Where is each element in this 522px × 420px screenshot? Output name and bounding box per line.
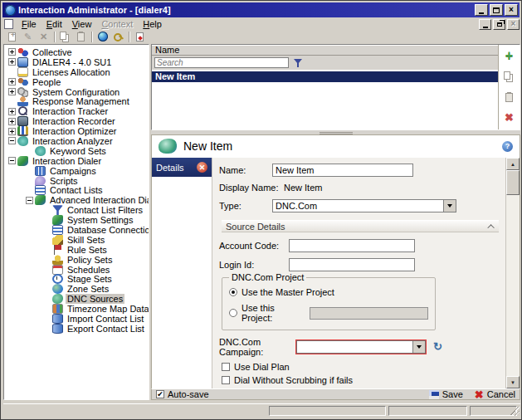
- use-dial-plan-checkbox[interactable]: [222, 363, 230, 371]
- tree-item-system-configuration[interactable]: System Configuration: [4, 87, 149, 97]
- tree-item-interaction-tracker[interactable]: Interaction Tracker: [4, 106, 149, 116]
- auto-save-checkbox[interactable]: ✔: [156, 390, 164, 398]
- list-item-new-item[interactable]: New Item: [152, 71, 498, 82]
- dnc-project-groupbox: DNC.Com Project Use the Master Project U…: [222, 277, 436, 330]
- mdi-minimize-button[interactable]: [479, 19, 491, 30]
- source-details-expander[interactable]: Source Details: [222, 220, 499, 232]
- scroll-up-icon[interactable]: ▲: [506, 158, 520, 170]
- tree-expand-minus-icon[interactable]: [26, 197, 33, 204]
- delete-item-button[interactable]: ✖: [503, 112, 515, 124]
- tree-expand-plus-icon[interactable]: [8, 58, 16, 66]
- type-dropdown-button[interactable]: [443, 200, 456, 212]
- menu-edit[interactable]: Edit: [41, 18, 67, 30]
- tree-expand-minus-icon[interactable]: [8, 157, 16, 164]
- name-column-header[interactable]: Name: [152, 45, 498, 56]
- tree-item-skill-sets[interactable]: Skill Sets: [4, 235, 149, 245]
- login-id-label: Login Id:: [219, 260, 289, 270]
- name-input[interactable]: [272, 164, 413, 177]
- menu-help[interactable]: Help: [138, 18, 167, 30]
- paste-item-button: [503, 91, 515, 103]
- dnc-campaign-dropdown-button[interactable]: [412, 341, 425, 353]
- tree-item-interaction-recorder[interactable]: Interaction Recorder: [4, 116, 149, 126]
- copy-icon: [504, 71, 510, 80]
- edit-item-icon: ✎: [24, 32, 32, 42]
- scroll-down-icon[interactable]: ▼: [506, 376, 520, 388]
- tree-item-scripts[interactable]: Scripts: [4, 176, 149, 186]
- tree-item-policy-sets[interactable]: Policy Sets: [4, 255, 149, 265]
- tree-item-export-contact-list[interactable]: Export Contact List: [4, 324, 149, 334]
- resize-grip-icon[interactable]: [510, 407, 520, 416]
- tree-item-dialer4-4-0-su1[interactable]: DIALER4 - 4.0 SU1: [4, 57, 149, 67]
- report-toolbar-button[interactable]: [132, 32, 148, 42]
- tree-expand-plus-icon[interactable]: [8, 48, 16, 56]
- phone-teal-icon: [17, 136, 28, 146]
- paste-icon: [77, 32, 85, 42]
- tree-item-advanced-interaction-dialer[interactable]: Advanced Interaction Dialer: [4, 195, 149, 205]
- tab-close-icon[interactable]: ✕: [197, 162, 207, 173]
- use-master-project-radio[interactable]: [229, 288, 237, 296]
- details-footer: ✔ Auto-save Save ✖ Cancel: [151, 388, 520, 400]
- scrollbar-thumb[interactable]: [506, 170, 520, 195]
- tree-expand-plus-icon[interactable]: [8, 78, 16, 85]
- save-button-label: Save: [442, 389, 463, 399]
- status-panel-2: [388, 406, 467, 416]
- tree-item-licenses-allocation[interactable]: Licenses Allocation: [4, 67, 149, 77]
- tab-details[interactable]: Details ✕: [152, 158, 212, 177]
- tree-item-campaigns[interactable]: Campaigns: [4, 166, 149, 176]
- tree-item-people[interactable]: People: [4, 77, 149, 87]
- tree-item-interaction-optimizer[interactable]: Interaction Optimizer: [4, 126, 149, 136]
- mdi-document-icon[interactable]: [4, 19, 13, 29]
- tree-item-stage-sets[interactable]: Stage Sets: [4, 274, 149, 284]
- calendar-icon: [52, 265, 63, 275]
- tree-expand-plus-icon[interactable]: [8, 128, 16, 135]
- tree-item-timezone-map-data[interactable]: Timezone Map Data: [4, 304, 149, 314]
- tree-item-zone-sets[interactable]: Zone Sets: [4, 284, 149, 294]
- tree-item-collective[interactable]: Collective: [4, 47, 149, 57]
- tree-item-import-contact-list[interactable]: Import Contact List: [4, 314, 149, 324]
- details-scrollbar[interactable]: ▲ ▼: [505, 158, 520, 388]
- tree-item-contact-list-filters[interactable]: Contact List Filters: [4, 205, 149, 215]
- tree-item-interaction-analyzer[interactable]: Interaction Analyzer: [4, 136, 149, 146]
- tree-item-label: Interaction Analyzer: [31, 136, 115, 146]
- help-icon[interactable]: ?: [502, 141, 513, 152]
- details-form: Name: Display Name: New Item Type: DNC.C…: [212, 158, 505, 388]
- tree-expand-plus-icon[interactable]: [8, 88, 16, 95]
- mdi-restore-button[interactable]: [493, 19, 505, 30]
- person-icon: [17, 96, 28, 106]
- filter-funnel-icon[interactable]: [294, 58, 305, 68]
- horizontal-splitter[interactable]: [151, 130, 520, 134]
- maximize-button[interactable]: [490, 4, 503, 16]
- refresh-icon[interactable]: ↻: [433, 342, 442, 352]
- tree-item-rule-sets[interactable]: Rule Sets: [4, 245, 149, 255]
- people-icon: [17, 77, 28, 87]
- tree-item-database-connections[interactable]: Database Connections: [4, 225, 149, 235]
- type-dropdown[interactable]: DNC.Com: [272, 199, 456, 212]
- dnc-campaign-dropdown[interactable]: [296, 340, 426, 354]
- tree-expand-minus-icon[interactable]: [8, 137, 16, 144]
- tree-expand-plus-icon[interactable]: [8, 118, 16, 125]
- dial-without-scrubbing-checkbox[interactable]: [222, 376, 230, 384]
- tree-item-system-settings[interactable]: System Settings: [4, 215, 149, 225]
- cancel-button[interactable]: ✖ Cancel: [475, 389, 515, 399]
- globe-toolbar-button[interactable]: [95, 32, 110, 42]
- close-button[interactable]: ×: [505, 4, 518, 16]
- tree-expand-plus-icon[interactable]: [8, 108, 16, 115]
- use-this-project-radio[interactable]: [229, 309, 237, 317]
- add-item-button[interactable]: +: [503, 50, 515, 61]
- tree-item-schedules[interactable]: Schedules: [4, 265, 149, 275]
- minimize-button[interactable]: [475, 4, 488, 16]
- login-id-input[interactable]: [289, 258, 415, 271]
- menu-file[interactable]: File: [17, 18, 41, 30]
- tree-item-keyword-sets[interactable]: Keyword Sets: [4, 146, 149, 156]
- save-button[interactable]: Save: [429, 389, 463, 399]
- tree-item-response-management[interactable]: Response Management: [4, 96, 149, 106]
- tree-item-dnc-sources[interactable]: DNC Sources: [4, 294, 149, 304]
- paste-toolbar-button: [73, 32, 89, 42]
- tree-item-interaction-dialer[interactable]: Interaction Dialer: [4, 156, 149, 166]
- menu-view[interactable]: View: [67, 18, 97, 30]
- key-toolbar-button[interactable]: [110, 32, 126, 42]
- account-code-input[interactable]: [289, 239, 415, 252]
- tree-item-contact-lists[interactable]: Contact Lists: [4, 185, 149, 195]
- tree-item-label: DNC Sources: [66, 294, 124, 304]
- search-input[interactable]: [154, 57, 289, 68]
